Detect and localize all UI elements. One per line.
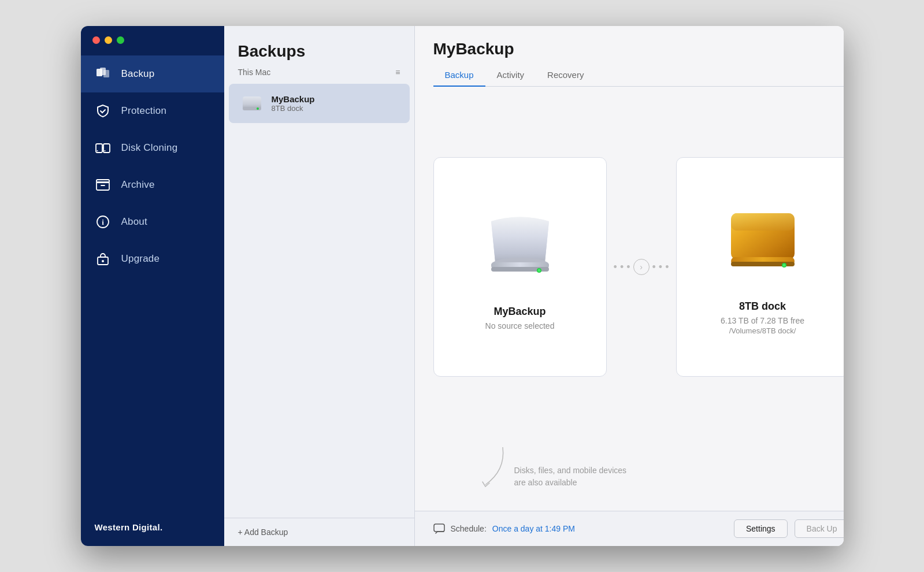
hint-text: Disks, files, and mobile devices are als… <box>514 465 630 489</box>
dot5: • <box>659 261 662 273</box>
sidebar-about-label: About <box>121 216 147 228</box>
sidebar-item-backup[interactable]: Backup <box>81 55 224 92</box>
about-icon: i <box>95 214 111 230</box>
page-title: MyBackup <box>433 40 844 58</box>
hamburger-icon[interactable]: ≡ <box>395 68 400 77</box>
protection-icon <box>95 103 111 119</box>
schedule-label: Schedule: <box>451 524 487 533</box>
chat-icon <box>433 523 445 534</box>
svg-text:i: i <box>102 218 104 226</box>
svg-rect-24 <box>731 213 795 231</box>
schedule-value[interactable]: Once a day at 1:49 PM <box>492 524 575 533</box>
svg-point-14 <box>102 260 104 262</box>
right-arrow-icon: › <box>640 262 643 272</box>
sidebar-item-about[interactable]: i About <box>81 203 224 240</box>
main-content: MyBackup No source selected • • • › • • <box>415 87 844 511</box>
svg-rect-9 <box>97 180 109 183</box>
close-button[interactable] <box>92 36 100 44</box>
arrow-connector: • • • › • • • <box>607 259 676 275</box>
sidebar-backup-label: Backup <box>121 68 155 80</box>
tab-backup[interactable]: Backup <box>433 65 485 87</box>
sidebar-item-protection[interactable]: Protection <box>81 92 224 129</box>
sidebar-archive-label: Archive <box>121 179 155 191</box>
brand-logo: Western Digital. <box>81 508 224 546</box>
schedule-area: Schedule: Once a day at 1:49 PM <box>433 523 575 534</box>
svg-rect-3 <box>96 144 102 153</box>
svg-rect-8 <box>97 182 109 190</box>
middle-subtitle: This Mac ≡ <box>224 68 414 81</box>
main-footer: Schedule: Once a day at 1:49 PM Settings… <box>415 511 844 546</box>
svg-point-28 <box>782 264 785 267</box>
app-window: Backup Protection <box>81 26 844 546</box>
dots-arrow: • • • › • • • <box>614 259 669 275</box>
source-drive-icon <box>474 204 566 296</box>
fullscreen-button[interactable] <box>117 36 124 44</box>
hint-area: Disks, files, and mobile devices are als… <box>433 441 844 493</box>
tab-bar: Backup Activity Recovery <box>433 65 844 87</box>
dot3: • <box>626 261 630 273</box>
dot6: • <box>665 261 669 273</box>
footer-buttons: Settings Back Up <box>734 519 844 538</box>
backup-list: MyBackup 8TB dock <box>224 81 414 518</box>
sidebar-item-upgrade[interactable]: Upgrade <box>81 240 224 277</box>
curved-arrow-icon <box>468 441 514 493</box>
destination-card-subtitle: 6.13 TB of 7.28 TB free <box>721 316 804 325</box>
svg-rect-4 <box>103 144 110 153</box>
backups-title: Backups <box>238 42 306 61</box>
drive-icon-small <box>240 92 264 115</box>
destination-card-path: /Volumes/8TB dock/ <box>729 326 796 335</box>
destination-card-title: 8TB dock <box>739 300 786 313</box>
tab-recovery[interactable]: Recovery <box>536 65 595 87</box>
backup-item-sub: 8TB dock <box>272 104 315 113</box>
source-card-title: MyBackup <box>493 306 546 318</box>
sidebar: Backup Protection <box>81 26 224 546</box>
backup-item-name: MyBackup <box>272 94 315 104</box>
window-controls <box>81 26 224 50</box>
archive-icon <box>95 177 111 193</box>
svg-rect-2 <box>103 70 109 77</box>
dot2: • <box>620 261 624 273</box>
svg-point-17 <box>257 107 259 110</box>
sidebar-item-archive[interactable]: Archive <box>81 166 224 203</box>
sidebar-disk-cloning-label: Disk Cloning <box>121 142 178 154</box>
sidebar-protection-label: Protection <box>121 105 167 117</box>
this-mac-label: This Mac <box>238 68 271 77</box>
main-header: MyBackup Backup Activity Recovery <box>415 26 844 87</box>
middle-panel: Backups This Mac ≡ <box>224 26 415 546</box>
backup-icon <box>95 66 111 82</box>
backup-button[interactable]: Back Up <box>795 519 844 538</box>
middle-header: Backups <box>224 26 414 68</box>
svg-point-7 <box>104 150 105 151</box>
sidebar-upgrade-label: Upgrade <box>121 253 160 265</box>
main-panel: MyBackup Backup Activity Recovery <box>415 26 844 546</box>
backup-list-item[interactable]: MyBackup 8TB dock <box>229 84 410 123</box>
minimize-button[interactable] <box>105 36 112 44</box>
upgrade-icon <box>95 251 111 267</box>
backup-cards: MyBackup No source selected • • • › • • <box>433 104 844 430</box>
middle-footer: + Add Backup <box>224 518 414 546</box>
sidebar-nav: Backup Protection <box>81 50 224 508</box>
svg-rect-29 <box>434 524 444 532</box>
disk-cloning-icon <box>95 140 111 156</box>
destination-card: 8TB dock 6.13 TB of 7.28 TB free /Volume… <box>676 157 844 377</box>
source-card: MyBackup No source selected <box>433 157 607 377</box>
svg-point-6 <box>97 150 98 151</box>
dot4: • <box>652 261 656 273</box>
svg-point-22 <box>537 269 540 272</box>
arrow-circle: › <box>633 259 650 275</box>
sidebar-item-disk-cloning[interactable]: Disk Cloning <box>81 129 224 166</box>
backup-item-info: MyBackup 8TB dock <box>272 94 315 113</box>
dot1: • <box>614 261 617 273</box>
source-card-subtitle: No source selected <box>485 321 555 330</box>
settings-button[interactable]: Settings <box>734 519 788 538</box>
destination-drive-icon <box>717 199 809 291</box>
tab-activity[interactable]: Activity <box>485 65 536 87</box>
add-backup-button[interactable]: + Add Backup <box>238 528 288 537</box>
